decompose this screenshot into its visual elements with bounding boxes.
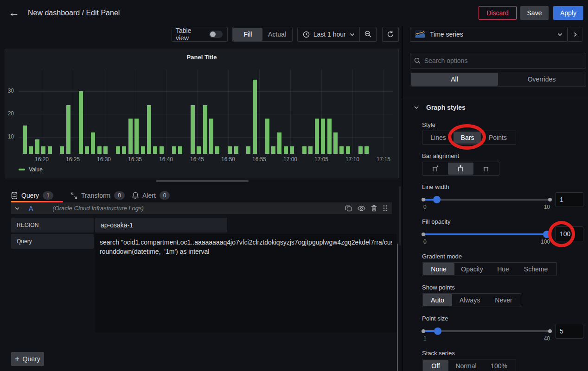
zoom-out-button[interactable]: [360, 27, 376, 41]
tab-transform-label: Transform: [81, 192, 110, 199]
bar-align-after-icon: [482, 165, 490, 172]
refresh-icon: [387, 31, 394, 38]
chart-bar: [160, 146, 164, 154]
duplicate-query-icon[interactable]: [345, 205, 352, 212]
gradient-hue[interactable]: Hue: [490, 263, 517, 275]
point-size-slider[interactable]: [423, 330, 550, 332]
line-width-label: Line width: [422, 183, 449, 190]
stack-normal[interactable]: Normal: [448, 360, 484, 371]
header-bar: ← New dashboard / Edit Panel Discard Sav…: [0, 0, 588, 26]
tab-transform[interactable]: Transform 0: [70, 189, 125, 202]
apply-button[interactable]: Apply: [553, 6, 583, 20]
section-scrollbar-track[interactable]: [399, 186, 401, 245]
style-option-points[interactable]: Points: [481, 132, 514, 144]
fill-opacity-label: Fill opacity: [422, 218, 450, 225]
x-axis-tick: 16:40: [155, 156, 177, 163]
tab-query[interactable]: Query 1: [11, 189, 53, 202]
query-scrollbar[interactable]: [397, 244, 398, 371]
chart-bar: [203, 105, 207, 154]
fill-opacity-min: 0: [423, 239, 427, 245]
chart-bar: [333, 132, 338, 154]
fill-opacity-slider-knob[interactable]: [543, 231, 550, 238]
panel-resize-handle[interactable]: [156, 180, 249, 182]
x-axis-tick: 16:20: [31, 156, 53, 163]
stack-100[interactable]: 100%: [484, 360, 514, 371]
actual-segment[interactable]: Actual: [262, 28, 292, 41]
table-view-group[interactable]: Table view: [172, 27, 228, 42]
chart-bar: [85, 146, 89, 154]
tab-alert[interactable]: Alert 0: [132, 189, 170, 202]
drag-handle-icon[interactable]: [383, 205, 387, 212]
search-icon: [414, 57, 421, 64]
discard-button[interactable]: Discard: [479, 6, 517, 20]
show-points-never[interactable]: Never: [487, 294, 520, 306]
stack-series-group: Off Normal 100%: [422, 359, 516, 371]
collapse-chevron-icon[interactable]: [15, 207, 19, 210]
query-text-line2: rounddown(datetime, '1m') as interval: [100, 247, 392, 256]
chart-bar: [265, 119, 269, 154]
show-points-always[interactable]: Always: [452, 294, 487, 306]
chart-bar: [35, 139, 39, 154]
chart-bar: [358, 146, 363, 154]
gradient-scheme[interactable]: Scheme: [517, 263, 555, 275]
fill-segment[interactable]: Fill: [233, 28, 262, 41]
chart-bar: [321, 119, 325, 154]
chart-bar: [153, 146, 157, 154]
graph-styles-header[interactable]: Graph styles: [414, 104, 466, 111]
gradient-opacity[interactable]: Opacity: [454, 263, 490, 275]
point-size-slider-knob[interactable]: [434, 327, 441, 335]
region-field-value[interactable]: ap-osaka-1: [95, 218, 227, 233]
bar-align-after-button[interactable]: [473, 163, 499, 175]
query-field-label: Query: [11, 234, 94, 249]
chart-bar: [66, 105, 70, 154]
options-search-input[interactable]: Search options: [410, 53, 586, 69]
visualization-picker[interactable]: Time series: [410, 27, 568, 42]
table-view-toggle[interactable]: [209, 31, 223, 38]
time-picker-group: Last 1 hour: [297, 27, 377, 42]
query-row-header[interactable]: A (Oracle Cloud Infrastructure Logs): [11, 202, 392, 214]
show-points-auto[interactable]: Auto: [423, 294, 452, 306]
point-size-input[interactable]: 5: [556, 324, 583, 339]
fill-opacity-input[interactable]: 100: [556, 226, 583, 241]
show-points-label: Show points: [422, 284, 455, 291]
stack-off[interactable]: Off: [423, 360, 448, 371]
x-axis-tick: 16:30: [93, 156, 115, 163]
chart-gridline-v: [290, 69, 291, 154]
fill-opacity-slider[interactable]: [423, 233, 550, 235]
line-width-input[interactable]: 1: [556, 192, 583, 207]
fill-opacity-max: 100: [536, 239, 550, 245]
pane-divider[interactable]: [402, 26, 403, 371]
style-option-bars[interactable]: Bars: [454, 132, 481, 144]
chart-gridline-v: [166, 69, 166, 154]
search-placeholder: Search options: [424, 57, 467, 64]
line-width-slider-knob[interactable]: [433, 196, 441, 203]
stack-series-label: Stack series: [422, 350, 455, 357]
save-button[interactable]: Save: [520, 6, 549, 20]
back-arrow-icon[interactable]: ←: [7, 6, 20, 19]
chart-bar: [103, 146, 108, 154]
refresh-button[interactable]: [382, 27, 399, 42]
point-size-min: 1: [423, 335, 427, 342]
collapse-pane-button[interactable]: [568, 27, 582, 42]
chart-gridline-v: [104, 69, 104, 154]
chart-bar: [41, 146, 45, 154]
chart-bar: [339, 146, 344, 154]
legend-swatch: [19, 169, 25, 170]
bar-align-center-button[interactable]: [448, 163, 473, 175]
hide-query-eye-icon[interactable]: [358, 206, 365, 211]
bar-align-before-button[interactable]: [423, 163, 448, 175]
chart-legend[interactable]: Value: [19, 166, 43, 173]
filter-tab-overrides[interactable]: Overrides: [498, 73, 585, 86]
database-icon: [11, 192, 18, 199]
section-chevron-down-icon: [414, 106, 419, 109]
gradient-none[interactable]: None: [423, 263, 454, 275]
query-textarea[interactable]: search "ocid1.compartment.oc1..aaaaaaaaq…: [95, 234, 396, 333]
delete-query-trash-icon[interactable]: [371, 205, 377, 212]
chart-bar: [215, 146, 219, 154]
line-width-slider[interactable]: [423, 199, 550, 201]
point-size-value: 5: [560, 327, 563, 335]
add-query-button[interactable]: + Query: [11, 352, 44, 366]
filter-tab-all[interactable]: All: [411, 73, 498, 86]
time-range-button[interactable]: Last 1 hour: [298, 27, 359, 41]
style-option-lines[interactable]: Lines: [423, 132, 454, 144]
